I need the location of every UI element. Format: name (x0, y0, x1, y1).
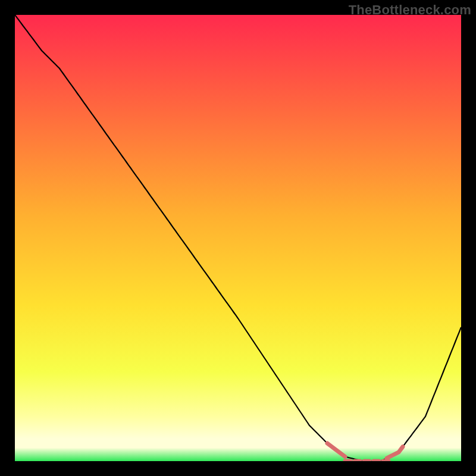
gradient-background (15, 15, 461, 461)
chart-frame (15, 15, 461, 461)
watermark-text: TheBottleneck.com (349, 2, 471, 18)
bottleneck-chart (15, 15, 461, 461)
